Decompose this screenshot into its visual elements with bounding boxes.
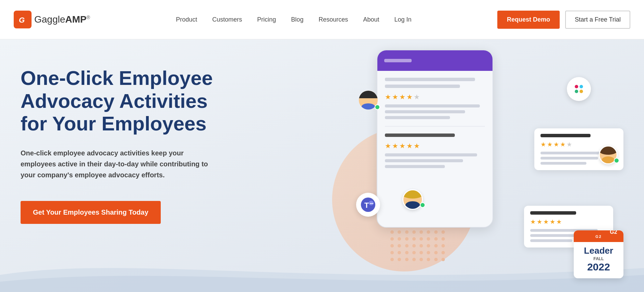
nav-pricing[interactable]: Pricing <box>257 16 276 23</box>
hero-description: One-click employee advocacy activities k… <box>21 148 219 180</box>
svg-point-5 <box>580 90 583 93</box>
hero-illustration: ★ ★ ★ ★ ★ ★ ★ ★ ★ ★ <box>315 39 644 292</box>
nav-about[interactable]: About <box>363 16 379 23</box>
person-2 <box>589 145 627 200</box>
logo-text: GaggleAMP® <box>34 14 90 25</box>
person-1 <box>349 91 387 145</box>
nav-login[interactable]: Log In <box>394 16 411 23</box>
nav-resources[interactable]: Resources <box>318 16 348 23</box>
online-dot-2 <box>614 158 619 163</box>
slack-icon-badge <box>567 77 591 101</box>
request-demo-button[interactable]: Request Demo <box>497 11 560 29</box>
logo-icon: G <box>14 11 32 28</box>
hero-content: One-Click Employee Advocacy Activities f… <box>0 39 233 244</box>
teams-icon-badge: T ••• <box>356 193 380 217</box>
g2-leader-text: Leader <box>577 246 620 255</box>
stars-row-1: ★ ★ ★ ★ ★ <box>385 93 485 101</box>
g2-content: Leader FALL 2022 <box>574 242 623 278</box>
nav-links: Product Customers Pricing Blog Resources… <box>176 16 411 23</box>
svg-point-3 <box>580 85 583 88</box>
online-dot-3 <box>420 202 425 208</box>
nav-product[interactable]: Product <box>176 16 197 23</box>
nav-blog[interactable]: Blog <box>291 16 303 23</box>
navbar: G GaggleAMP® Product Customers Pricing B… <box>0 0 644 39</box>
g2-fall-text: FALL <box>577 256 620 261</box>
hero-section: One-Click Employee Advocacy Activities f… <box>0 39 644 292</box>
svg-text:T: T <box>364 201 369 210</box>
hero-title: One-Click Employee Advocacy Activities f… <box>21 67 233 135</box>
svg-text:•••: ••• <box>370 202 374 205</box>
svg-point-4 <box>575 90 578 93</box>
phone-body: ★ ★ ★ ★ ★ ★ ★ ★ ★ ★ <box>377 71 493 178</box>
cta-button[interactable]: Get Your Employees Sharing Today <box>21 201 161 224</box>
free-trial-button[interactable]: Start a Free Trial <box>565 11 630 29</box>
nav-actions: Request Demo Start a Free Trial <box>497 11 630 29</box>
stars-row-2: ★ ★ ★ ★ ★ <box>385 142 485 150</box>
nav-customers[interactable]: Customers <box>212 16 242 23</box>
logo[interactable]: G GaggleAMP® <box>14 11 90 28</box>
g2-year: 2022 <box>577 261 620 273</box>
svg-point-2 <box>575 85 578 88</box>
person-3 <box>394 189 432 258</box>
online-dot-1 <box>375 104 380 110</box>
svg-text:G: G <box>19 16 25 24</box>
phone-header <box>377 50 493 71</box>
g2-badge: G2 G2 Leader FALL 2022 <box>574 230 623 278</box>
